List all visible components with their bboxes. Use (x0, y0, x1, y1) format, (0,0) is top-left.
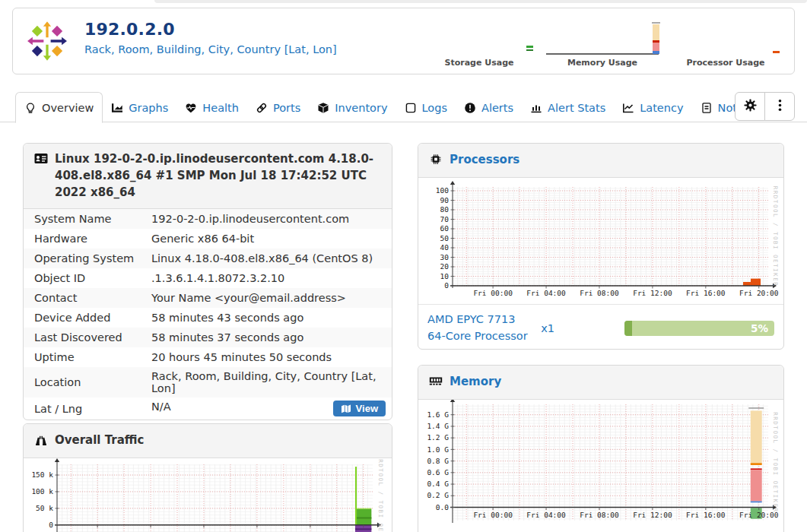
table-row: Uptime20 hours 45 minutes 50 seconds (24, 347, 392, 367)
memory-title: Memory (450, 374, 501, 391)
mini-mark (653, 43, 659, 51)
tab-label: Health (202, 102, 239, 114)
processors-header: Processors (418, 144, 783, 178)
svg-text:150 k: 150 k (31, 470, 53, 479)
processor-usage-minigraph-block: Processor Usage (668, 14, 783, 68)
row-label: System Name (24, 209, 151, 229)
storage-usage-minigraph[interactable] (421, 14, 537, 56)
tab-label: Graphs (129, 102, 168, 114)
row-label: Object ID (24, 268, 151, 288)
tab-latency[interactable]: Latency (614, 92, 691, 123)
row-value: Your Name <your@email.address> (151, 288, 392, 308)
mini-mark (652, 22, 660, 24)
svg-text:0.4 G: 0.4 G (427, 480, 449, 488)
svg-text:40: 40 (440, 243, 450, 252)
chart-area-icon (111, 102, 123, 114)
row-value: .1.3.6.1.4.1.8072.3.2.10 (151, 268, 392, 288)
svg-text:Fri 16:00: Fri 16:00 (686, 289, 726, 297)
device-info-table: System Name192-0-2-0.ip.linodeuserconten… (24, 209, 392, 420)
row-value: 58 minutes 37 seconds ago (151, 328, 392, 347)
tab-alert-stats[interactable]: Alert Stats (522, 92, 614, 123)
cpu-count: x1 (541, 322, 624, 334)
table-row: Last Discovered58 minutes 37 seconds ago (24, 328, 392, 347)
mini-mark (526, 49, 533, 52)
svg-text:Fri 12:00: Fri 12:00 (633, 511, 672, 519)
view-location-button[interactable]: View (333, 401, 386, 416)
cpu-name-link[interactable]: AMD EPYC 7713 64-Core Processor (427, 312, 541, 345)
processors-graph[interactable]: 0102030405060708090100Fri 00:00Fri 04:00… (418, 181, 783, 304)
page-title: 192.0.2.0 (84, 20, 337, 39)
memory-header: Memory (418, 366, 783, 400)
tab-bar: OverviewGraphsHealthPortsInventoryLogsAl… (0, 91, 807, 122)
tab-logs[interactable]: Logs (396, 92, 456, 123)
mini-graph-label: Processor Usage (668, 58, 783, 68)
svg-text:Fri 08:00: Fri 08:00 (580, 511, 619, 519)
tab-label: Overview (42, 102, 94, 114)
tab-inventory[interactable]: Inventory (309, 92, 396, 123)
svg-text:0.6 G: 0.6 G (427, 468, 449, 477)
svg-text:0: 0 (49, 521, 53, 529)
svg-text:0.0: 0.0 (436, 502, 449, 511)
memory-card: Memory 0.00.2 G0.4 G0.6 G0.8 G1.0 G1.2 G… (418, 365, 784, 532)
svg-text:1.2 G: 1.2 G (427, 433, 449, 442)
memory-usage-minigraph-block: Memory Usage (545, 14, 660, 68)
device-settings-button[interactable] (735, 92, 765, 121)
kebab-icon (774, 99, 786, 114)
location-link[interactable]: Rack, Room, Building, City, Country [Lat… (84, 43, 337, 55)
memory-graph[interactable]: 0.00.2 G0.4 G0.6 G0.8 G1.0 G1.2 G1.4 G1.… (418, 400, 783, 530)
map-icon (341, 404, 351, 413)
memory-usage-minigraph[interactable] (545, 14, 660, 56)
device-overview-page: 192.0.2.0 Rack, Room, Building, City, Co… (0, 0, 807, 532)
tab-graphs[interactable]: Graphs (103, 92, 176, 123)
mini-mark (526, 46, 533, 48)
more-options-button[interactable] (764, 92, 795, 121)
row-value: Linux 4.18.0-408.el8.x86_64 (CentOS 8) (151, 249, 392, 268)
table-row: Lat / LngN/AView (24, 397, 392, 420)
table-row: ContactYour Name <your@email.address> (24, 288, 392, 308)
microchip-icon (429, 154, 443, 165)
tab-label: Alert Stats (548, 102, 605, 114)
tab-alerts[interactable]: Alerts (456, 92, 522, 123)
top-strip (154, 0, 807, 3)
svg-text:50: 50 (440, 233, 450, 242)
tab-health[interactable]: Health (176, 92, 247, 123)
heartbeat-icon (185, 102, 197, 114)
mini-mark (653, 51, 659, 54)
device-kernel-title: Linux 192-0-2-0.ip.linodeusercontent.com… (55, 151, 381, 201)
svg-text:100 k: 100 k (31, 487, 53, 496)
id-card-icon (34, 153, 48, 164)
svg-text:10: 10 (440, 271, 450, 280)
tab-label: Inventory (335, 102, 387, 114)
tab-overview[interactable]: Overview (15, 92, 103, 123)
mini-graph-label: Storage Usage (421, 58, 537, 68)
overall-traffic-header: Overall Traffic (24, 424, 392, 458)
binoculars-icon (34, 434, 48, 445)
svg-text:60: 60 (440, 224, 450, 233)
row-value: Rack, Room, Building, City, Country [Lat… (151, 367, 392, 397)
overall-traffic-graph[interactable]: 050 k100 k150 kRRDTOOL / TOBI OETIKER (24, 458, 392, 532)
cpu-usage-fill (624, 321, 632, 336)
note-icon (701, 102, 713, 114)
processors-title: Processors (450, 152, 519, 169)
tab-ports[interactable]: Ports (247, 92, 309, 123)
cpu-usage-progressbar: 5% (624, 321, 774, 336)
svg-text:100: 100 (436, 186, 449, 195)
svg-text:RRDTOOL / TOBI OETIKER: RRDTOOL / TOBI OETIKER (772, 186, 779, 287)
device-actions-group (735, 92, 795, 121)
processor-usage-minigraph[interactable] (668, 14, 783, 56)
tab-label: Logs (422, 102, 447, 114)
row-label: Uptime (24, 347, 151, 367)
svg-text:RRDTOOL / TOBI OETIKER: RRDTOOL / TOBI OETIKER (377, 458, 384, 532)
row-value: Generic x86 64-bit (151, 229, 392, 249)
device-info-card: Linux 192-0-2-0.ip.linodeusercontent.com… (23, 143, 392, 420)
tabs: OverviewGraphsHealthPortsInventoryLogsAl… (0, 91, 807, 122)
table-row: System Name192-0-2-0.ip.linodeuserconten… (24, 209, 392, 229)
row-value: 192-0-2-0.ip.linodeusercontent.com (151, 209, 392, 229)
svg-text:Fri 00:00: Fri 00:00 (473, 289, 513, 297)
row-label: Device Added (24, 308, 151, 328)
tab-label: Alerts (481, 102, 513, 114)
mini-graph-label: Memory Usage (545, 58, 660, 68)
processors-card: Processors 0102030405060708090100Fri 00:… (418, 143, 784, 350)
svg-text:0: 0 (444, 281, 449, 290)
table-row: LocationRack, Room, Building, City, Coun… (24, 367, 392, 397)
